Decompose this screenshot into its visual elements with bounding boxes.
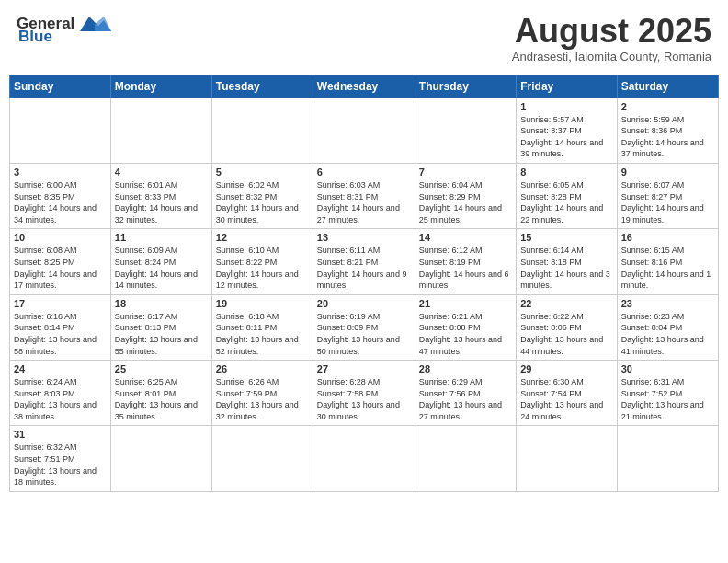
calendar-cell: 28Sunrise: 6:29 AM Sunset: 7:56 PM Dayli…	[415, 361, 516, 426]
calendar-cell	[415, 98, 516, 163]
day-number: 9	[621, 167, 714, 178]
day-number: 12	[216, 232, 309, 243]
day-number: 2	[621, 101, 714, 112]
calendar-week-row: 24Sunrise: 6:24 AM Sunset: 8:03 PM Dayli…	[10, 361, 719, 426]
calendar-cell: 7Sunrise: 6:04 AM Sunset: 8:29 PM Daylig…	[415, 163, 516, 228]
day-number: 18	[115, 298, 208, 309]
day-number: 27	[317, 363, 411, 374]
day-number: 6	[317, 167, 411, 178]
calendar-cell: 15Sunrise: 6:14 AM Sunset: 8:18 PM Dayli…	[517, 229, 617, 294]
calendar-cell: 13Sunrise: 6:11 AM Sunset: 8:21 PM Dayli…	[313, 229, 415, 294]
day-number: 24	[14, 363, 107, 374]
calendar-cell: 2Sunrise: 5:59 AM Sunset: 8:36 PM Daylig…	[617, 98, 718, 163]
calendar-cell	[211, 98, 313, 163]
day-info: Sunrise: 6:16 AM Sunset: 8:14 PM Dayligh…	[14, 311, 107, 357]
day-info: Sunrise: 6:24 AM Sunset: 8:03 PM Dayligh…	[14, 376, 107, 422]
day-number: 19	[216, 298, 309, 309]
calendar-cell	[313, 426, 415, 491]
day-number: 21	[419, 298, 512, 309]
logo-blue-icon	[76, 13, 111, 35]
calendar-cell: 29Sunrise: 6:30 AM Sunset: 7:54 PM Dayli…	[517, 361, 617, 426]
calendar-cell: 12Sunrise: 6:10 AM Sunset: 8:22 PM Dayli…	[211, 229, 313, 294]
calendar-cell: 22Sunrise: 6:22 AM Sunset: 8:06 PM Dayli…	[517, 294, 617, 360]
logo-text-blue: Blue	[18, 28, 52, 46]
col-header-friday: Friday	[517, 75, 617, 98]
day-info: Sunrise: 6:10 AM Sunset: 8:22 PM Dayligh…	[216, 245, 309, 291]
calendar-cell: 24Sunrise: 6:24 AM Sunset: 8:03 PM Dayli…	[10, 361, 111, 426]
calendar-cell: 11Sunrise: 6:09 AM Sunset: 8:24 PM Dayli…	[110, 229, 211, 294]
logo: General Blue	[17, 13, 111, 46]
day-info: Sunrise: 6:18 AM Sunset: 8:11 PM Dayligh…	[216, 311, 309, 357]
day-info: Sunrise: 6:32 AM Sunset: 7:51 PM Dayligh…	[14, 442, 107, 488]
calendar-cell	[110, 426, 211, 491]
day-info: Sunrise: 6:09 AM Sunset: 8:24 PM Dayligh…	[115, 245, 208, 291]
calendar-table: SundayMondayTuesdayWednesdayThursdayFrid…	[9, 75, 719, 492]
day-number: 23	[621, 298, 714, 309]
calendar-subtitle: Andrasesti, Ialomita County, Romania	[512, 50, 711, 63]
calendar-cell: 25Sunrise: 6:25 AM Sunset: 8:01 PM Dayli…	[110, 361, 211, 426]
day-number: 4	[115, 167, 208, 178]
day-info: Sunrise: 6:28 AM Sunset: 7:58 PM Dayligh…	[317, 376, 411, 422]
calendar-week-row: 17Sunrise: 6:16 AM Sunset: 8:14 PM Dayli…	[10, 294, 719, 360]
day-number: 14	[419, 232, 512, 243]
calendar-cell: 17Sunrise: 6:16 AM Sunset: 8:14 PM Dayli…	[10, 294, 111, 360]
day-number: 25	[115, 363, 208, 374]
calendar-cell	[110, 98, 211, 163]
day-info: Sunrise: 6:12 AM Sunset: 8:19 PM Dayligh…	[419, 245, 512, 291]
col-header-saturday: Saturday	[617, 75, 718, 98]
day-info: Sunrise: 6:05 AM Sunset: 8:28 PM Dayligh…	[520, 179, 612, 225]
day-info: Sunrise: 6:00 AM Sunset: 8:35 PM Dayligh…	[14, 179, 107, 225]
day-info: Sunrise: 6:26 AM Sunset: 7:59 PM Dayligh…	[216, 376, 309, 422]
calendar-cell: 16Sunrise: 6:15 AM Sunset: 8:16 PM Dayli…	[617, 229, 718, 294]
day-number: 13	[317, 232, 411, 243]
day-info: Sunrise: 6:21 AM Sunset: 8:08 PM Dayligh…	[419, 311, 512, 357]
calendar-cell: 23Sunrise: 6:23 AM Sunset: 8:04 PM Dayli…	[617, 294, 718, 360]
day-number: 28	[419, 363, 512, 374]
day-info: Sunrise: 6:15 AM Sunset: 8:16 PM Dayligh…	[621, 245, 714, 291]
day-number: 29	[520, 363, 612, 374]
calendar-cell	[517, 426, 617, 491]
calendar-cell	[313, 98, 415, 163]
calendar-cell: 20Sunrise: 6:19 AM Sunset: 8:09 PM Dayli…	[313, 294, 415, 360]
day-info: Sunrise: 6:23 AM Sunset: 8:04 PM Dayligh…	[621, 311, 714, 357]
day-info: Sunrise: 6:03 AM Sunset: 8:31 PM Dayligh…	[317, 179, 411, 225]
calendar-cell	[211, 426, 313, 491]
calendar-cell	[10, 98, 111, 163]
calendar-cell	[415, 426, 516, 491]
calendar-header-row: SundayMondayTuesdayWednesdayThursdayFrid…	[10, 75, 719, 98]
calendar-cell: 14Sunrise: 6:12 AM Sunset: 8:19 PM Dayli…	[415, 229, 516, 294]
day-number: 8	[520, 167, 612, 178]
calendar-cell: 9Sunrise: 6:07 AM Sunset: 8:27 PM Daylig…	[617, 163, 718, 228]
col-header-thursday: Thursday	[415, 75, 516, 98]
day-info: Sunrise: 6:29 AM Sunset: 7:56 PM Dayligh…	[419, 376, 512, 422]
calendar-cell: 30Sunrise: 6:31 AM Sunset: 7:52 PM Dayli…	[617, 361, 718, 426]
day-number: 20	[317, 298, 411, 309]
calendar-cell: 8Sunrise: 6:05 AM Sunset: 8:28 PM Daylig…	[517, 163, 617, 228]
calendar-cell: 5Sunrise: 6:02 AM Sunset: 8:32 PM Daylig…	[211, 163, 313, 228]
day-info: Sunrise: 6:04 AM Sunset: 8:29 PM Dayligh…	[419, 179, 512, 225]
day-number: 7	[419, 167, 512, 178]
day-number: 16	[621, 232, 714, 243]
calendar-week-row: 1Sunrise: 5:57 AM Sunset: 8:37 PM Daylig…	[10, 98, 719, 163]
svg-marker-1	[95, 17, 111, 31]
calendar-week-row: 31Sunrise: 6:32 AM Sunset: 7:51 PM Dayli…	[10, 426, 719, 491]
calendar-cell: 19Sunrise: 6:18 AM Sunset: 8:11 PM Dayli…	[211, 294, 313, 360]
col-header-tuesday: Tuesday	[211, 75, 313, 98]
day-number: 1	[520, 101, 612, 112]
calendar-title: August 2025	[512, 13, 711, 50]
day-number: 15	[520, 232, 612, 243]
day-info: Sunrise: 6:01 AM Sunset: 8:33 PM Dayligh…	[115, 179, 208, 225]
day-number: 22	[520, 298, 612, 309]
col-header-wednesday: Wednesday	[313, 75, 415, 98]
day-number: 11	[115, 232, 208, 243]
day-number: 30	[621, 363, 714, 374]
calendar-cell: 31Sunrise: 6:32 AM Sunset: 7:51 PM Dayli…	[10, 426, 111, 491]
col-header-monday: Monday	[110, 75, 211, 98]
day-info: Sunrise: 6:08 AM Sunset: 8:25 PM Dayligh…	[14, 245, 107, 291]
day-info: Sunrise: 6:25 AM Sunset: 8:01 PM Dayligh…	[115, 376, 208, 422]
day-info: Sunrise: 6:11 AM Sunset: 8:21 PM Dayligh…	[317, 245, 411, 291]
day-info: Sunrise: 6:07 AM Sunset: 8:27 PM Dayligh…	[621, 179, 714, 225]
calendar-cell: 21Sunrise: 6:21 AM Sunset: 8:08 PM Dayli…	[415, 294, 516, 360]
calendar-week-row: 3Sunrise: 6:00 AM Sunset: 8:35 PM Daylig…	[10, 163, 719, 228]
day-info: Sunrise: 6:22 AM Sunset: 8:06 PM Dayligh…	[520, 311, 612, 357]
